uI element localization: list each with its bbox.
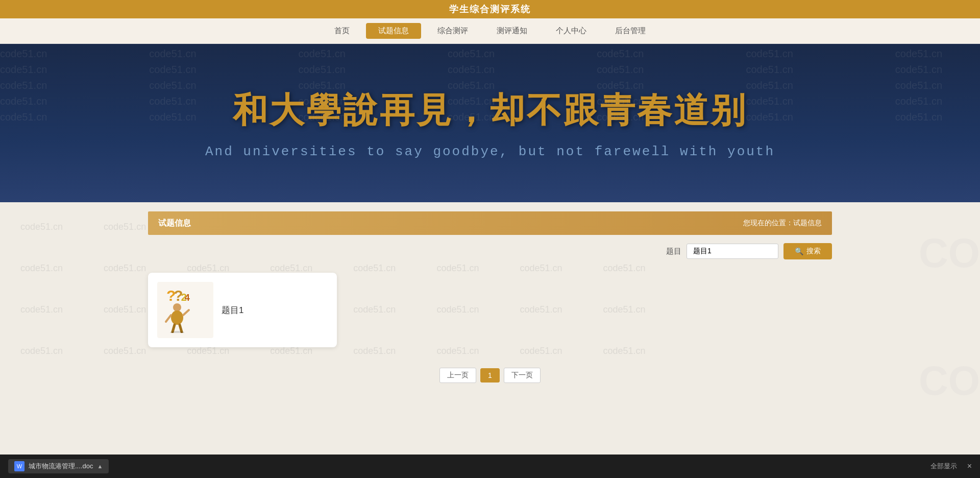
svg-line-2	[166, 315, 171, 322]
card-item[interactable]: ??24	[148, 273, 337, 347]
taskbar-item-label: 城市物流港管理....doc	[29, 462, 93, 471]
taskbar-item[interactable]: W 城市物流港管理....doc ▲	[8, 459, 109, 473]
pagination-page-1[interactable]: 1	[480, 368, 500, 383]
card-grid: ??24	[148, 268, 832, 363]
nav-comprehensive[interactable]: 综合测评	[425, 23, 480, 39]
svg-line-3	[183, 310, 189, 315]
pagination: 上一页 1 下一页	[148, 368, 832, 383]
app-title: 学生综合测评系统	[449, 3, 531, 15]
nav-admin[interactable]: 后台管理	[603, 23, 658, 39]
search-button[interactable]: 🔍 搜索	[783, 243, 832, 259]
hero-title-cn: 和大學說再見，却不跟青春道别	[233, 87, 747, 134]
taskbar-show-all[interactable]: 全部显示	[930, 462, 957, 471]
svg-line-4	[173, 325, 175, 332]
card-image: ??24	[157, 282, 213, 338]
pagination-next[interactable]: 下一页	[504, 368, 541, 383]
pagination-prev[interactable]: 上一页	[439, 368, 476, 383]
word-icon-letter: W	[17, 463, 22, 469]
search-row: 题目 🔍 搜索	[148, 243, 832, 259]
person-illustration	[163, 302, 191, 333]
nav-home[interactable]: 首页	[322, 23, 362, 39]
breadcrumb: 您现在的位置：试题信息	[743, 219, 822, 228]
hero-title-en: And universities to say goodbye, but not…	[205, 144, 775, 159]
svg-point-1	[171, 310, 183, 325]
taskbar-chevron-icon: ▲	[97, 463, 103, 469]
word-icon: W	[14, 461, 24, 471]
search-label: 题目	[666, 247, 681, 256]
search-icon: 🔍	[795, 247, 803, 255]
svg-line-5	[180, 325, 182, 332]
nav-exam-info[interactable]: 试题信息	[366, 23, 421, 39]
card-title: 题目1	[222, 304, 243, 316]
top-bar: 学生综合测评系统	[0, 0, 980, 18]
nav-bar: 首页 试题信息 综合测评 测评通知 个人中心 后台管理	[0, 18, 980, 44]
svg-point-0	[173, 303, 181, 312]
search-button-label: 搜索	[806, 247, 821, 256]
nav-personal[interactable]: 个人中心	[544, 23, 599, 39]
nav-notice[interactable]: 测评通知	[484, 23, 540, 39]
taskbar: W 城市物流港管理....doc ▲ 全部显示 ×	[0, 455, 980, 478]
section-header: 试题信息 您现在的位置：试题信息	[148, 211, 832, 235]
search-input[interactable]	[687, 244, 778, 259]
taskbar-close[interactable]: ×	[967, 462, 972, 471]
taskbar-right: 全部显示 ×	[930, 462, 972, 471]
section-title: 试题信息	[158, 218, 191, 229]
hero-banner: code51.cncode51.cncode51.cncode51.cncode…	[0, 44, 980, 202]
